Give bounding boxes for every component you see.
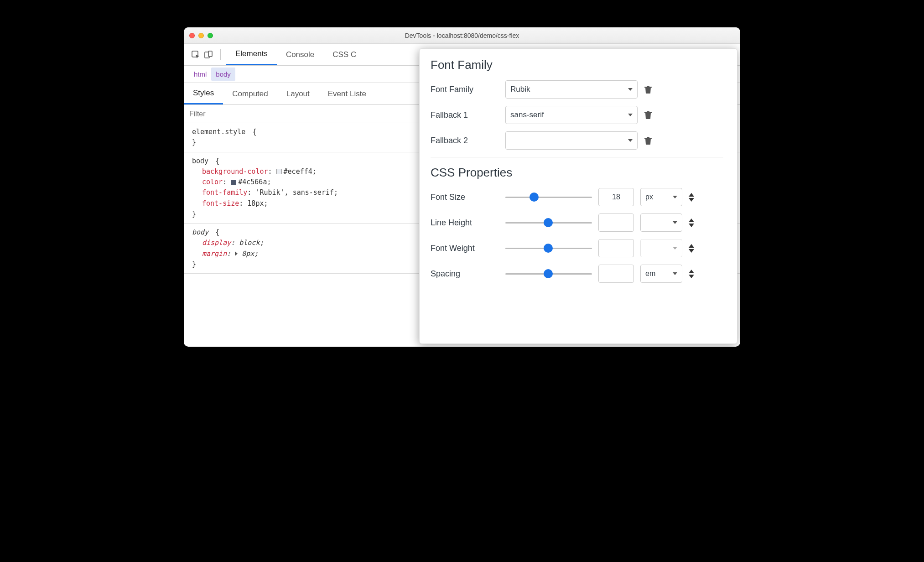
window-titlebar: DevTools - localhost:8080/demo/css-flex xyxy=(184,27,740,44)
line-height-slider[interactable] xyxy=(505,217,592,228)
font-size-input[interactable]: 18 xyxy=(598,188,634,206)
delete-font-family-button[interactable] xyxy=(644,85,652,94)
fallback-2-select[interactable] xyxy=(505,131,638,150)
line-height-label: Line Height xyxy=(431,218,499,228)
subtab-computed[interactable]: Computed xyxy=(223,83,277,104)
expand-shorthand-icon[interactable] xyxy=(235,251,240,256)
font-size-stepper[interactable] xyxy=(689,193,694,202)
fallback-2-label: Fallback 2 xyxy=(431,136,499,146)
delete-fallback-2-button[interactable] xyxy=(644,136,652,145)
font-editor-panel: Font Family Font Family Rubik Fallback 1… xyxy=(419,48,737,344)
line-height-row: Line Height xyxy=(431,213,722,232)
font-family-label: Font Family xyxy=(431,85,499,94)
font-weight-input[interactable] xyxy=(598,239,634,257)
svg-rect-2 xyxy=(208,51,212,57)
tab-elements[interactable]: Elements xyxy=(226,44,277,65)
breadcrumb-html[interactable]: html xyxy=(189,68,211,81)
traffic-lights xyxy=(184,33,213,38)
css-properties-heading: CSS Properties xyxy=(431,166,722,180)
color-swatch[interactable] xyxy=(276,169,282,174)
font-family-select[interactable]: Rubik xyxy=(505,80,638,99)
color-swatch[interactable] xyxy=(231,180,236,185)
font-weight-label: Font Weight xyxy=(431,244,499,253)
font-size-unit-select[interactable]: px xyxy=(640,188,682,206)
spacing-stepper[interactable] xyxy=(689,270,694,278)
rule-selector[interactable]: body xyxy=(192,157,208,165)
font-weight-slider[interactable] xyxy=(505,243,592,254)
font-editor-scroll[interactable]: Font Family Font Family Rubik Fallback 1… xyxy=(431,58,726,339)
chevron-down-icon xyxy=(673,196,677,198)
font-family-value: Rubik xyxy=(510,85,530,94)
tab-css-overview-cut[interactable]: CSS C xyxy=(323,44,365,65)
chevron-down-icon xyxy=(673,272,677,275)
fallback-1-row: Fallback 1 sans-serif xyxy=(431,106,722,124)
breadcrumb-body[interactable]: body xyxy=(211,68,235,81)
line-height-stepper[interactable] xyxy=(689,219,694,227)
spacing-slider[interactable] xyxy=(505,268,592,279)
toolbar-divider xyxy=(220,49,221,60)
zoom-window-button[interactable] xyxy=(208,33,213,38)
devtools-window: DevTools - localhost:8080/demo/css-flex … xyxy=(184,27,740,347)
chevron-down-icon xyxy=(628,139,633,142)
subtab-event-listeners-cut[interactable]: Event Liste xyxy=(319,83,375,104)
delete-fallback-1-button[interactable] xyxy=(644,110,652,120)
font-size-slider[interactable] xyxy=(505,192,592,203)
font-size-label: Font Size xyxy=(431,193,499,202)
chevron-down-icon xyxy=(673,247,677,250)
spacing-row: Spacing em xyxy=(431,265,722,283)
font-size-row: Font Size 18 px xyxy=(431,188,722,206)
font-family-heading: Font Family xyxy=(431,58,722,72)
fallback-1-select[interactable]: sans-serif xyxy=(505,106,638,124)
spacing-label: Spacing xyxy=(431,269,499,279)
line-height-input[interactable] xyxy=(598,213,634,232)
panel-divider xyxy=(431,157,723,157)
fallback-1-label: Fallback 1 xyxy=(431,110,499,120)
spacing-input[interactable] xyxy=(598,265,634,283)
minimize-window-button[interactable] xyxy=(198,33,204,38)
chevron-down-icon xyxy=(673,221,677,224)
chevron-down-icon xyxy=(628,88,633,91)
font-weight-row: Font Weight xyxy=(431,239,722,257)
close-window-button[interactable] xyxy=(189,33,195,38)
window-title: DevTools - localhost:8080/demo/css-flex xyxy=(184,32,740,39)
fallback-1-value: sans-serif xyxy=(510,110,544,120)
subtab-layout[interactable]: Layout xyxy=(277,83,319,104)
tab-console[interactable]: Console xyxy=(277,44,323,65)
font-family-row: Font Family Rubik xyxy=(431,80,722,99)
rule-selector[interactable]: element.style xyxy=(192,128,245,136)
font-weight-unit-select[interactable] xyxy=(640,239,682,257)
inspect-element-icon[interactable] xyxy=(189,48,202,61)
chevron-down-icon xyxy=(628,114,633,116)
device-toggle-icon[interactable] xyxy=(202,48,215,61)
rule-selector[interactable]: body xyxy=(192,228,208,236)
fallback-2-row: Fallback 2 xyxy=(431,131,722,150)
subtab-styles[interactable]: Styles xyxy=(184,83,223,104)
line-height-unit-select[interactable] xyxy=(640,213,682,232)
font-weight-stepper[interactable] xyxy=(689,244,694,253)
spacing-unit-select[interactable]: em xyxy=(640,265,682,283)
